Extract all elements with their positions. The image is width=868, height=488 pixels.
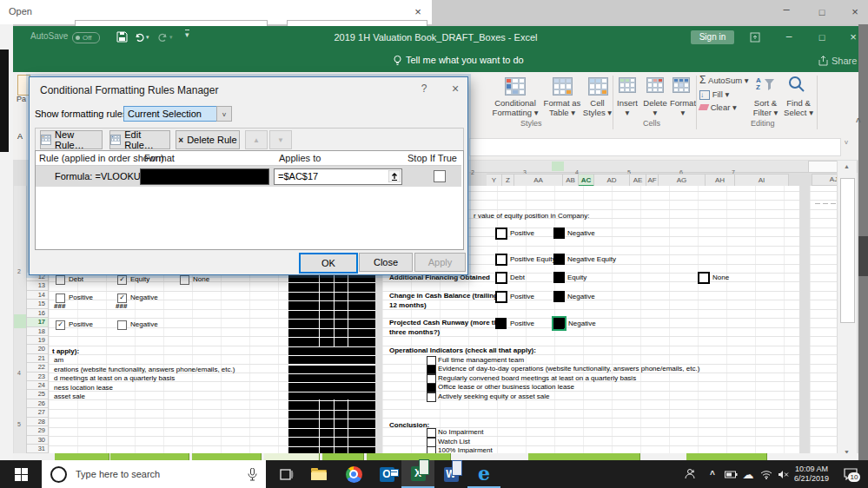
row-header[interactable]: 18 <box>27 327 48 336</box>
negative-equity-box-filled[interactable] <box>553 254 565 265</box>
column-header[interactable]: Z <box>502 175 514 187</box>
task-view-button[interactable] <box>269 460 302 488</box>
positive-box[interactable] <box>495 228 507 240</box>
ok-button[interactable]: OK <box>299 253 358 274</box>
row-header[interactable]: 23 <box>27 373 48 381</box>
outlook-button[interactable]: O <box>370 460 403 488</box>
onedrive-cloud-icon[interactable]: ☁ <box>739 460 758 488</box>
delete-cells-button[interactable]: Delete▾ <box>642 98 668 117</box>
row-header[interactable]: 31 <box>27 445 48 453</box>
microphone-icon[interactable] <box>248 468 257 481</box>
column-header[interactable]: AH <box>706 175 735 187</box>
scrollbar-thumb[interactable] <box>840 178 855 323</box>
sheet-tab[interactable] <box>110 453 189 460</box>
people-icon[interactable] <box>679 460 700 488</box>
taskbar-search-box[interactable]: Type here to search <box>42 460 266 488</box>
op-checkbox[interactable] <box>427 392 436 402</box>
ribbon-display-options-icon[interactable] <box>750 32 760 43</box>
column-header[interactable]: AG <box>659 175 706 187</box>
row-header[interactable]: 21 <box>27 354 48 363</box>
dialog-help-icon[interactable]: ? <box>416 82 432 95</box>
collapse-ribbon-icon[interactable]: ^ <box>856 117 861 127</box>
cortana-icon[interactable] <box>50 466 67 483</box>
none-box[interactable] <box>698 272 710 284</box>
background-maximize-icon[interactable]: □ <box>809 0 835 24</box>
equity-checkbox[interactable]: ✓ <box>117 275 127 285</box>
selected-cell-ac17[interactable] <box>553 318 565 329</box>
op-checkbox-filled[interactable] <box>427 365 436 374</box>
sort-filter-button[interactable]: Sort & Filter ▾ <box>750 98 781 117</box>
formula-bar-expand-icon[interactable]: v <box>845 138 848 146</box>
format-cells-button[interactable]: Format▾ <box>669 98 697 117</box>
conclusion-checkbox[interactable] <box>427 428 436 438</box>
edit-rule-button[interactable]: Edit Rule… <box>109 130 170 149</box>
rule-row[interactable]: Formula: =VLOOKUP(N… =$AC$17 <box>36 166 461 187</box>
row-header[interactable]: 13 <box>27 281 48 290</box>
excel-minimize-icon[interactable]: – <box>776 26 802 47</box>
chrome-button[interactable] <box>337 460 370 488</box>
scroll-up-icon[interactable]: ▲ <box>844 163 850 169</box>
delete-rule-button[interactable]: × Delete Rule <box>176 130 240 149</box>
action-center-button[interactable]: 10 <box>838 460 864 488</box>
sheet-tab[interactable] <box>192 453 262 460</box>
apply-button[interactable]: Apply <box>414 253 466 272</box>
cash-negative-box-filled[interactable] <box>553 291 565 302</box>
tell-me-box[interactable]: Tell me what you want to do <box>406 55 524 65</box>
debt-box[interactable] <box>495 272 507 284</box>
row-header[interactable]: 14 <box>27 291 48 300</box>
share-button[interactable]: Share <box>832 56 857 66</box>
wifi-icon[interactable] <box>757 460 776 488</box>
word-button[interactable]: W <box>434 460 467 488</box>
column-header[interactable]: AE <box>630 175 646 187</box>
column-header[interactable]: Y <box>487 175 502 187</box>
row-header[interactable]: 20 <box>27 345 48 353</box>
row-header[interactable]: 27 <box>27 408 48 417</box>
column-header[interactable]: AD <box>594 175 630 187</box>
op-checkbox-filled[interactable] <box>427 383 436 392</box>
row-header[interactable]: 25 <box>27 390 48 399</box>
row-header[interactable]: 29 <box>27 426 48 435</box>
edge-button[interactable]: e <box>467 460 500 488</box>
row-header[interactable]: 28 <box>27 418 48 426</box>
row-headers[interactable]: 1213141516171819202122232425262728293031 <box>27 273 49 453</box>
applies-to-input[interactable]: =$AC$17 <box>274 168 402 185</box>
positive-checkbox[interactable]: ✓ <box>56 320 65 330</box>
move-rule-up-button[interactable]: ▲ <box>245 130 268 149</box>
column-header[interactable]: AI <box>735 175 789 187</box>
file-explorer-button[interactable] <box>302 460 335 488</box>
taskbar-clock[interactable]: 10:09 AM 6/21/2019 <box>789 460 834 488</box>
background-close-icon[interactable]: × <box>842 0 868 24</box>
cash-positive-box[interactable] <box>495 291 507 303</box>
sheet-tab[interactable] <box>686 453 767 460</box>
excel-taskbar-button[interactable]: X <box>401 460 434 488</box>
excel-maximize-icon[interactable]: □ <box>809 26 835 49</box>
row-header[interactable]: 15 <box>27 300 48 308</box>
start-button[interactable] <box>0 460 42 488</box>
row-header[interactable]: 16 <box>27 309 48 318</box>
sheet-tab[interactable] <box>528 453 640 460</box>
column-header[interactable]: AB <box>563 175 579 187</box>
close-button[interactable]: Close <box>359 253 413 272</box>
fill-button[interactable]: ↓ Fill ▾ <box>699 89 729 100</box>
equity-box-filled[interactable] <box>553 272 565 283</box>
row-header[interactable]: 30 <box>27 436 48 445</box>
move-rule-down-button[interactable]: ▼ <box>269 130 292 149</box>
tray-expand-icon[interactable]: ^ <box>704 460 721 488</box>
excel-close-icon[interactable]: × <box>840 26 866 49</box>
background-minimize-icon[interactable]: – <box>773 0 799 22</box>
clear-button[interactable]: Clear ▾ <box>699 102 737 112</box>
new-rule-button[interactable]: New Rule… <box>40 130 103 149</box>
row-header[interactable]: 24 <box>27 381 48 390</box>
show-rules-dropdown-arrow-icon[interactable]: v <box>216 106 232 122</box>
row-header[interactable]: 17 <box>27 318 48 326</box>
runway-positive-box-filled[interactable] <box>495 318 507 329</box>
sign-in-button[interactable]: Sign in <box>691 30 734 44</box>
vertical-scrollbar[interactable]: ▲ ▼ <box>837 161 857 460</box>
negative-box-filled[interactable] <box>553 228 565 239</box>
column-header[interactable]: AA <box>514 175 563 187</box>
stop-if-true-checkbox[interactable] <box>434 170 446 182</box>
column-header[interactable]: AF <box>646 175 659 187</box>
sheet-tab[interactable] <box>55 453 109 460</box>
sheet-tab-active[interactable] <box>264 453 320 460</box>
find-select-button[interactable]: Find & Select ▾ <box>783 98 814 117</box>
